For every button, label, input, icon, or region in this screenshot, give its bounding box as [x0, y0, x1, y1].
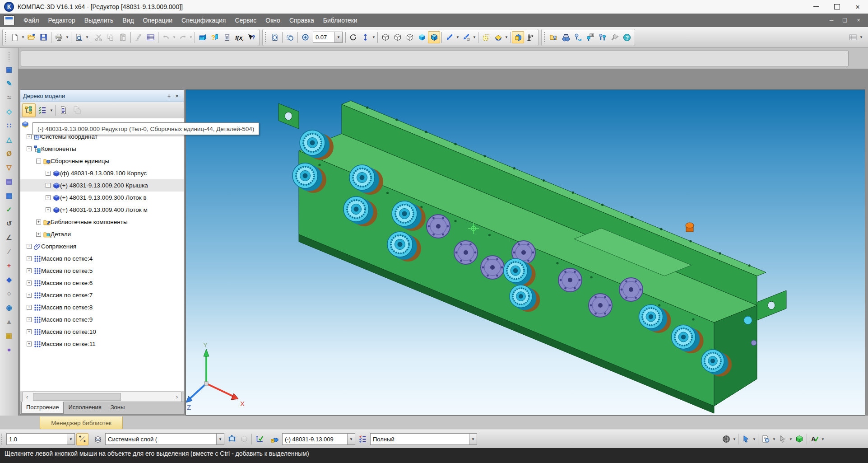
restore-button[interactable] [826, 0, 847, 14]
tree-item[interactable]: +(+) 48031-9.13.009.300 Лоток в [20, 192, 184, 204]
macro-elements-button[interactable]: ● [3, 343, 15, 355]
expand-icon[interactable]: + [27, 317, 32, 322]
tree-horizontal-scrollbar[interactable]: ‹ › [23, 392, 181, 402]
toolbar-grip[interactable] [1, 433, 3, 445]
child-minimize-button[interactable]: ─ [828, 17, 835, 23]
library-manager-toggle-button[interactable] [196, 31, 209, 43]
redo-dropdown[interactable]: ▼ [189, 31, 193, 43]
new-document-dropdown[interactable]: ▼ [21, 31, 25, 43]
rotate-view-button[interactable] [347, 31, 359, 43]
current-layer-dropdown-icon[interactable]: ▼ [216, 434, 224, 444]
zoom-scale-dropdown-icon[interactable]: ▼ [334, 32, 342, 42]
preview-dropdown[interactable]: ▼ [85, 31, 89, 43]
spell-check-dropdown[interactable]: ▼ [821, 433, 825, 445]
display-filter-button[interactable] [357, 433, 369, 445]
ruler-tool-button[interactable]: ∕ [3, 245, 15, 257]
component-edit-button[interactable]: ▣ [3, 63, 15, 75]
zoom-scale-combo[interactable]: 0.07▼ [313, 32, 343, 43]
save-document-button[interactable] [37, 31, 50, 43]
tree-item[interactable]: +Массив по сетке:7 [20, 289, 184, 301]
expand-icon[interactable]: + [27, 329, 32, 334]
viewport-3d[interactable]: Y Z X [186, 89, 865, 416]
document-icon[interactable] [4, 15, 14, 25]
undo-dropdown[interactable]: ▼ [172, 31, 176, 43]
coordinate-axes-button[interactable]: + [3, 259, 15, 271]
reports-button[interactable]: ▦ [3, 189, 15, 201]
cut-button[interactable] [93, 31, 105, 43]
current-layer-combo[interactable]: Системный слой (▼ [105, 433, 224, 445]
section-surfaces-button[interactable] [492, 31, 504, 43]
current-document-combo[interactable]: (-) 48031-9.13.009▼ [282, 433, 355, 445]
child-restore-button[interactable]: ❏ [842, 17, 848, 23]
library-tools-button[interactable] [608, 31, 621, 43]
menu-сервис[interactable]: Сервис [230, 15, 261, 26]
expand-icon[interactable]: + [27, 256, 32, 261]
find-component-button[interactable] [560, 31, 572, 43]
menu-операции[interactable]: Операции [139, 15, 177, 26]
collapse-icon[interactable]: − [27, 146, 32, 151]
open-document-button[interactable] [25, 31, 37, 43]
fastener-set-button[interactable] [596, 31, 608, 43]
detail-level-dropdown-icon[interactable]: ▼ [469, 434, 477, 444]
toolbar-options-dropdown[interactable]: ▼ [859, 31, 863, 43]
move-component-button[interactable] [776, 433, 789, 445]
expand-icon[interactable]: + [27, 305, 32, 310]
toolbar-grip[interactable] [265, 32, 267, 43]
tree-item[interactable]: +Библиотечные компоненты [20, 216, 184, 228]
tree-structure-view-button[interactable] [22, 103, 36, 117]
document-properties-button[interactable] [760, 433, 772, 445]
display-wireframe-button[interactable] [379, 31, 391, 43]
sphere-primitive-button[interactable]: ◉ [3, 301, 15, 313]
section-dropdown[interactable]: ▼ [504, 31, 509, 43]
expand-icon[interactable]: + [36, 220, 41, 224]
zoom-in-out-button[interactable] [299, 31, 311, 43]
move-component-dropdown[interactable]: ▼ [789, 433, 793, 445]
tree-composition-button[interactable] [36, 103, 49, 117]
selection-dropdown[interactable]: ▼ [752, 433, 757, 445]
print-dropdown[interactable]: ▼ [65, 31, 70, 43]
expand-icon[interactable]: + [36, 232, 41, 237]
display-shaded-button[interactable] [416, 31, 428, 43]
scroll-right-icon[interactable]: › [173, 392, 181, 402]
document-structure-button[interactable] [57, 103, 70, 117]
toolbar-grip[interactable] [543, 32, 546, 43]
menu-спецификация[interactable]: Спецификация [177, 15, 230, 26]
current-scale-combo[interactable]: 1.0▼ [6, 433, 75, 445]
minimize-button[interactable] [806, 0, 826, 14]
zoom-document-button[interactable] [269, 31, 281, 43]
tree-item[interactable]: +(ф) 48031-9.13.009.100 Корпус [20, 167, 184, 179]
tree-item[interactable]: +Детали [20, 228, 184, 240]
calculator-button[interactable] [221, 31, 233, 43]
spell-check-button[interactable]: A [808, 433, 821, 445]
construction-geometry-button[interactable]: ◆ [3, 273, 15, 285]
sketch-edit-button[interactable]: ✎ [3, 77, 15, 89]
sheet-metal-button[interactable]: ▣ [3, 329, 15, 341]
toolbar-grip[interactable] [5, 32, 7, 43]
change-parameters-button[interactable] [584, 31, 596, 43]
menu-библиотеки[interactable]: Библиотеки [319, 15, 362, 26]
orient-sketch-plane-button[interactable] [460, 31, 472, 43]
expand-icon[interactable]: + [27, 293, 32, 298]
scrollbar-thumb[interactable] [33, 393, 121, 401]
expand-icon[interactable]: + [27, 244, 32, 249]
tree-item[interactable]: −Сборочные единицы [20, 155, 184, 167]
expand-icon[interactable]: + [46, 171, 51, 176]
tree-item[interactable]: +Массив по сетке:11 [20, 338, 184, 350]
menu-выделить[interactable]: Выделить [80, 15, 118, 26]
document-check-button[interactable]: ✓ [3, 203, 15, 215]
menu-справка[interactable]: Справка [285, 15, 319, 26]
dimensions-3d-button[interactable] [793, 433, 805, 445]
tree-item[interactable]: +Массив по сетке:6 [20, 277, 184, 289]
current-document-dropdown-icon[interactable]: ▼ [347, 434, 355, 444]
hide-objects-button[interactable] [480, 31, 492, 43]
close-panel-button[interactable]: × [173, 92, 181, 100]
toolbar-options-button[interactable] [847, 31, 859, 43]
move-view-button[interactable] [359, 31, 371, 43]
component-relations-button[interactable] [70, 103, 84, 117]
angle-dimension-button[interactable]: ∠ [3, 231, 15, 243]
tab-исполнения[interactable]: Исполнения [64, 402, 106, 414]
current-scale-dropdown-icon[interactable]: ▼ [67, 434, 74, 444]
new-document-button[interactable] [9, 31, 21, 43]
context-help-button[interactable]: ? [245, 31, 257, 43]
print-preview-button[interactable] [73, 31, 85, 43]
